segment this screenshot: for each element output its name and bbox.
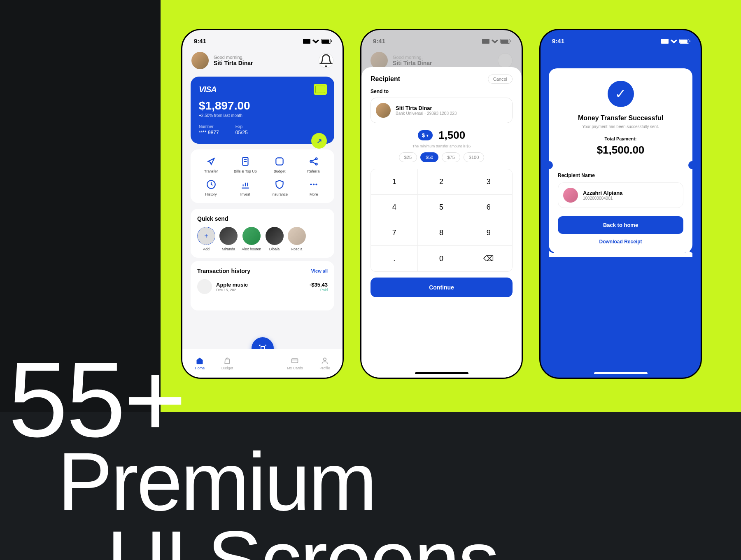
home-indicator[interactable] xyxy=(415,372,468,374)
quicksend-title: Quick send xyxy=(197,215,328,222)
notifications-button[interactable] xyxy=(319,53,333,68)
svg-point-7 xyxy=(316,184,317,185)
svg-point-3 xyxy=(316,163,317,165)
home-indicator[interactable] xyxy=(594,372,648,374)
tab-budget[interactable]: Budget xyxy=(221,357,233,370)
share-icon xyxy=(308,156,319,167)
action-bills[interactable]: Bills & Top Up xyxy=(229,156,261,173)
action-invest[interactable]: Invest xyxy=(229,179,261,196)
total-label: Total Payment: xyxy=(558,136,683,141)
user-name: Siti Tirta Dinar xyxy=(214,60,314,66)
bag-icon xyxy=(223,357,231,365)
tab-home[interactable]: Home xyxy=(195,357,205,370)
headline-2: Premium xyxy=(58,441,375,523)
key-1[interactable]: 1 xyxy=(371,169,418,195)
success-subtitle: Your payment has been successfully sent. xyxy=(558,124,683,129)
status-time: 9:41 xyxy=(194,37,206,44)
action-budget[interactable]: Budget xyxy=(263,156,296,173)
status-bar: 9:41 xyxy=(182,30,343,48)
headline-3: UI Screens xyxy=(107,519,498,560)
transactions-title: Transaction history xyxy=(197,268,250,274)
back-home-button[interactable]: Back to home xyxy=(558,216,683,234)
key-3[interactable]: 3 xyxy=(465,169,512,195)
action-insurance[interactable]: Insurance xyxy=(263,179,296,196)
wallet-icon xyxy=(274,156,285,167)
contact-item[interactable]: Miranda xyxy=(219,227,238,251)
recipient-account: 1002003004001 xyxy=(583,196,622,201)
key-7[interactable]: 7 xyxy=(371,220,418,246)
battery-icon xyxy=(321,39,331,44)
svg-rect-8 xyxy=(292,359,298,363)
avatar xyxy=(266,227,284,245)
amount-input[interactable]: 1,500 xyxy=(438,129,465,142)
key-dot[interactable]: . xyxy=(371,246,418,271)
receipt-divider xyxy=(558,165,683,165)
tab-bar: Home Budget My Cards Profile xyxy=(182,349,343,378)
amount-chip-25[interactable]: $25 xyxy=(399,152,417,162)
currency-selector[interactable]: $▾ xyxy=(418,130,433,140)
card-expand-button[interactable]: ↗ xyxy=(311,133,327,149)
status-bar: 9:41 xyxy=(541,30,701,48)
wifi-icon xyxy=(312,39,319,44)
amount-chip-75[interactable]: $75 xyxy=(442,152,460,162)
card-exp: 05/25 xyxy=(235,130,248,135)
contact-item[interactable]: Rosdia xyxy=(288,227,306,251)
svg-point-5 xyxy=(310,184,312,185)
greeting-text: Good morning, xyxy=(214,55,314,60)
signal-icon xyxy=(303,39,310,44)
card-number-label: Number xyxy=(199,124,219,129)
actions-grid: Transfer Bills & Top Up Budget Referral … xyxy=(191,149,334,203)
tab-profile[interactable]: Profile xyxy=(319,357,330,370)
contact-item[interactable]: Dibala xyxy=(266,227,284,251)
key-8[interactable]: 8 xyxy=(418,220,465,246)
user-icon xyxy=(321,357,329,365)
receipt-card: ✓ Money Transfer Successful Your payment… xyxy=(549,68,692,253)
cancel-button[interactable]: Cancel xyxy=(488,75,513,84)
action-more[interactable]: More xyxy=(298,179,330,196)
balance-card[interactable]: VISA $1,897.00 +2.50% from last month Nu… xyxy=(191,77,334,144)
avatar[interactable] xyxy=(191,52,209,69)
action-transfer[interactable]: Transfer xyxy=(195,156,227,173)
send-icon xyxy=(206,156,217,167)
avatar xyxy=(219,227,238,245)
key-9[interactable]: 9 xyxy=(465,220,512,246)
card-balance: $1,897.00 xyxy=(199,99,326,112)
card-chip-icon xyxy=(314,84,327,95)
recipient-name: Siti Tirta Dinar xyxy=(396,105,457,111)
card-delta: +2.50% from last month xyxy=(199,113,326,118)
recipient-selector[interactable]: Siti Tirta Dinar Bank Universal - 29393 … xyxy=(370,98,513,123)
transaction-status: Paid xyxy=(310,288,328,292)
amount-chip-50[interactable]: $50 xyxy=(420,152,438,162)
download-receipt-link[interactable]: Download Receipt xyxy=(558,239,683,245)
contact-item[interactable]: Alex houten xyxy=(242,227,261,251)
avatar xyxy=(242,227,261,245)
viewall-link[interactable]: View all xyxy=(311,268,328,273)
key-0[interactable]: 0 xyxy=(418,246,465,271)
sheet-title: Recipient xyxy=(370,75,400,83)
key-6[interactable]: 6 xyxy=(465,195,512,220)
home-icon xyxy=(196,357,204,365)
recipient-sheet: Recipient Cancel Send to Siti Tirta Dina… xyxy=(361,67,522,378)
sendto-label: Send to xyxy=(370,89,513,94)
quicksend-section: Quick send +Add Miranda Alex houten Diba… xyxy=(191,209,334,258)
numeric-keypad: 1 2 3 4 5 6 7 8 9 . 0 ⌫ xyxy=(370,169,513,272)
key-2[interactable]: 2 xyxy=(418,169,465,195)
svg-point-2 xyxy=(316,158,317,159)
action-referral[interactable]: Referral xyxy=(298,156,330,173)
continue-button[interactable]: Continue xyxy=(370,278,513,297)
tab-cards[interactable]: My Cards xyxy=(287,357,303,370)
key-5[interactable]: 5 xyxy=(418,195,465,220)
action-history[interactable]: History xyxy=(195,179,227,196)
quicksend-add[interactable]: +Add xyxy=(197,227,215,251)
key-4[interactable]: 4 xyxy=(371,195,418,220)
greeting-block: Good morning, Siti Tirta Dinar xyxy=(214,55,314,66)
key-backspace[interactable]: ⌫ xyxy=(465,246,512,271)
receipt-icon xyxy=(240,156,251,167)
apple-icon xyxy=(197,279,212,294)
success-title: Money Transfer Successful xyxy=(558,114,683,122)
avatar xyxy=(288,227,306,245)
status-icons xyxy=(303,39,331,44)
recipient-name: Azzahri Alpiana xyxy=(583,190,622,196)
amount-chip-100[interactable]: $100 xyxy=(464,152,484,162)
transaction-row[interactable]: Apple music Dec 15, 202 -$35,43 Paid xyxy=(197,279,328,294)
